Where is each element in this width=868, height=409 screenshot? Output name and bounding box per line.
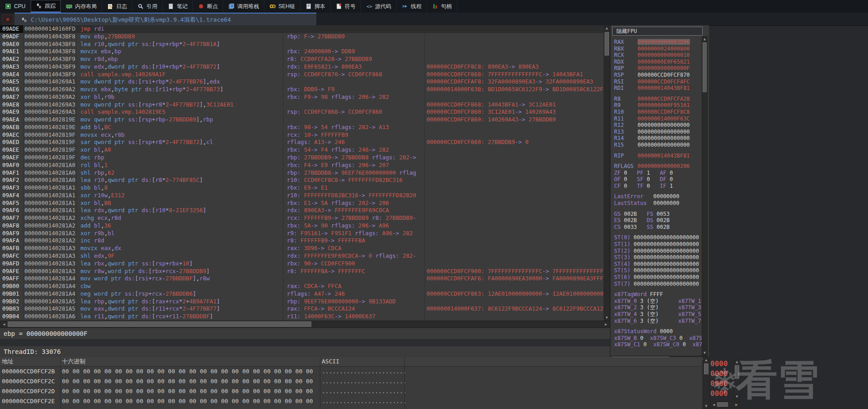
trace-row[interactable]: 09AEC00000001402819F0movsx ecx,r8brcx: 1… [0, 131, 604, 139]
trace-row[interactable]: 09AF50000000140281A19xor bl,BBrbx: E1-> … [0, 200, 604, 207]
trace-row[interactable]: 09AE80000000140269A32mov qword ptr ss:[r… [0, 101, 604, 109]
trace-row[interactable]: 09AE50000000140269A1Fmov dword ptr ds:[r… [0, 78, 604, 86]
trace-row[interactable]: 09AEF00000001402819FFdec rbprbp: 27BBDDB… [0, 154, 604, 162]
scroll-up-icon[interactable]: ▲ [734, 360, 740, 364]
trace-memory-changes [425, 93, 604, 101]
dump-row[interactable]: 000000CCD0FCF2D00 00 00 00 00 00 00 00 0… [0, 386, 702, 396]
trace-row[interactable]: 09AFB0000000140281A30movzx eax,dxrax: 3D… [0, 245, 604, 252]
trace-row[interactable]: 09AE4000000014043BF9Ccall sample.vmp.140… [0, 71, 604, 79]
trace-row[interactable]: 09AEE00000001402819FCxor bl,A0rbx: 54-> … [0, 146, 604, 154]
trace-row[interactable]: 09AF00000000140281A02rol bl,1rbx: F4-> E… [0, 162, 604, 169]
trace-vscrollbar[interactable]: ▲ ▼ [604, 25, 610, 321]
trace-register-changes: rbp: 27BBDDB9-> 27BBDDB8 rflags: 282-> [283, 154, 425, 162]
mini-pane-hscroll-thumb[interactable] [717, 402, 728, 407]
trace-row[interactable]: 09AE1000000014043BF8Emovzx ebx,bprbx: 24… [0, 48, 604, 56]
scroll-left-icon[interactable]: ◀ [1, 322, 7, 326]
scroll-right-icon[interactable]: ▶ [603, 322, 609, 326]
trace-row[interactable]: 09AE2000000014043BF91mov r8d,ebpr8: CCD0… [0, 56, 604, 63]
symbols-icon [336, 3, 342, 9]
toolbar-tab-call-stack[interactable]: 调用堆栈 [223, 0, 264, 13]
trace-row[interactable]: 09ADE0000000140160FD4jmp rdi [0, 25, 604, 33]
toolbar-tab-cpu[interactable]: CPU [0, 0, 31, 13]
trace-row[interactable]: 09AF10000000140281A04shl rbp,62rbp: 27BB… [0, 169, 604, 177]
trace-row[interactable]: 09B040000000140281A64lea r11,qword ptr d… [0, 313, 604, 321]
toolbar-tab-seh[interactable]: SEH链 [264, 0, 300, 13]
scroll-down-icon[interactable]: ▼ [734, 395, 740, 399]
trace-row[interactable]: 09AF70000000140281A24xchg ecx,r8drcx: FF… [0, 214, 604, 222]
trace-hscroll-thumb[interactable] [8, 321, 311, 327]
trace-row[interactable]: 09AE60000000140269A26movzx ebx,byte ptr … [0, 86, 604, 93]
trace-address: 0000000140281A1C [23, 207, 76, 214]
trace-row[interactable]: 09AF40000000140281A13xor r10w,E312r10: F… [0, 192, 604, 200]
trace-row[interactable]: 09AE70000000140269A2Fxor bl,r9brbx: F9->… [0, 93, 604, 101]
mini-pane-hscrollbar[interactable]: ◀ ▶ [710, 401, 740, 408]
trace-row[interactable]: 09AF90000000140281A2Axor r9b,blr9: F9516… [0, 230, 604, 237]
panel-line: x87TagWord FFFF [614, 291, 707, 298]
trace-row[interactable]: 09AFA0000000140281A2Dinc r8dr8: FFFFFFB9… [0, 237, 604, 245]
trace-row[interactable]: 09AFF0000000140281A44mov word ptr ds:[rs… [0, 275, 604, 283]
trace-row[interactable]: 09AF60000000140281A1Clea rdx,qword ptr d… [0, 207, 604, 214]
trace-file-tab[interactable]: C:\Users\90965\Desktop\新vmp研究\刺杀vmp3.9.4… [14, 13, 316, 26]
dump-row[interactable]: 000000CCD0FCF2E00 00 00 00 00 00 00 00 0… [0, 396, 702, 406]
trace-row[interactable]: 09AEA00000001402819E5mov qword ptr ss:[r… [0, 116, 604, 124]
trace-memory-changes: 000000014000F637: 8C6122F9BCCCA124-> 8C6… [425, 305, 604, 313]
trace-table[interactable]: 09ADE0000000140160FD4jmp rdi09ADF0000000… [0, 25, 604, 321]
trace-hscrollbar[interactable]: ◀ ▶ [0, 321, 610, 328]
toolbar-tab-source[interactable]: <>源代码 [361, 0, 397, 13]
panel-gap [614, 230, 707, 234]
trace-row[interactable]: 09AE90000000140269A3Ecall sample.vmp.140… [0, 108, 604, 116]
scroll-down-icon[interactable]: ▼ [702, 351, 707, 355]
registers-vscrollbar[interactable]: ▲ ▼ [702, 36, 708, 356]
dump-row[interactable]: 000000CCD0FCF2B00 00 00 00 00 00 00 00 0… [0, 367, 702, 376]
close-trace-button[interactable]: × [2, 14, 14, 24]
trace-address: 0000000140281A64 [23, 313, 76, 321]
footprints-icon [21, 17, 27, 23]
scroll-up-icon[interactable]: ▲ [604, 26, 610, 30]
trace-index: 09AF8 [0, 222, 23, 230]
trace-row[interactable]: 09AFC0000000140281A33shl edx,9Frdx: FFFF… [0, 252, 604, 260]
trace-row[interactable]: 09AE0000000014043BF86lea r10,qword ptr s… [0, 41, 604, 48]
hide-fpu-button[interactable]: 隐藏FPU [612, 27, 703, 36]
trace-row[interactable]: 09ADF000000014043BF81mov ebp,27BBDDB9rbp… [0, 33, 604, 41]
trace-row[interactable]: 09AFD0000000140281A36lea rbx,qword ptr s… [0, 260, 604, 268]
trace-vscroll-thumb[interactable] [605, 32, 609, 56]
trace-row[interactable]: 09AED00000001402819F4sar qword ptr ss:[r… [0, 139, 604, 146]
toolbar-tab-symbols[interactable]: 符号 [331, 0, 361, 13]
trace-row[interactable]: 09B010000000140281A4Fneg word ptr ss:[rs… [0, 290, 604, 298]
value-mini-pane[interactable]: 0000000000000000 [710, 359, 733, 400]
toolbar-tab-log[interactable]: 日志 [102, 0, 132, 13]
toolbar-tab-memory-map[interactable]: 内存布局 [61, 0, 102, 13]
trace-row[interactable]: 09AF30000000140281A10sbb bl,8rbx: E9-> E… [0, 184, 604, 192]
toolbar-tab-script[interactable]: 脚本 [300, 0, 331, 13]
scroll-up-icon[interactable]: ▲ [702, 37, 707, 41]
scroll-left-icon[interactable]: ◀ [712, 403, 716, 407]
toolbar-tab-threads[interactable]: 线程 [397, 0, 427, 13]
registers-vscroll-thumb[interactable] [703, 42, 707, 92]
toolbar-tab-handles[interactable]: 句柄 [427, 0, 457, 13]
trace-row[interactable]: 09AEB00000001402819EDadd bl,BCrbx: 98-> … [0, 124, 604, 131]
dump-panel[interactable]: 地址 十六进制 ASCII 000000CCD0FCF2B00 00 00 00… [0, 357, 702, 409]
mini-pane-vscrollbar[interactable]: ▲ ▼ [734, 359, 740, 400]
scroll-right-icon[interactable]: ▶ [734, 403, 739, 407]
trace-row[interactable]: 09B000000000140281A4Dcbwrax: CDCA-> FFCA [0, 283, 604, 290]
toolbar-tab-notes[interactable]: 笔记 [163, 0, 193, 13]
dump-row[interactable]: 000000CCD0FCF2C00 00 00 00 00 00 00 00 0… [0, 376, 702, 386]
trace-disassembly: xchg ecx,r8d [76, 214, 283, 222]
mini-pane-vscroll-thumb[interactable] [735, 365, 739, 379]
trace-row[interactable]: 09AE3000000014043BF94mov edx,dword ptr d… [0, 63, 604, 71]
dump-vscroll-thumb[interactable] [704, 363, 708, 374]
trace-row[interactable]: 09AFE0000000140281A3Bmov r8w,word ptr ds… [0, 268, 604, 275]
scroll-down-icon[interactable]: ▼ [704, 404, 709, 408]
dump-vscrollbar[interactable]: ▲ ▼ [703, 357, 709, 409]
toolbar-tab-references[interactable]: 引用 [132, 0, 163, 13]
trace-row[interactable]: 09AF20000000140281A08lea r10,qword ptr d… [0, 177, 604, 184]
trace-memory-changes [425, 222, 604, 230]
toolbar-tab-trace[interactable]: 跟踪 [31, 0, 61, 13]
scroll-up-icon[interactable]: ▲ [704, 358, 709, 362]
trace-row[interactable]: 09B020000000140281A57lea rbp,qword ptr d… [0, 298, 604, 306]
toolbar-tab-label: 线程 [411, 3, 422, 10]
trace-row[interactable]: 09B030000000140281A5Fmov eax,dword ptr d… [0, 305, 604, 313]
scroll-down-icon[interactable]: ▼ [604, 316, 610, 320]
toolbar-tab-breakpoints[interactable]: 断点 [193, 0, 223, 13]
trace-row[interactable]: 09AF80000000140281A27add bl,36rbx: 5A-> … [0, 222, 604, 230]
